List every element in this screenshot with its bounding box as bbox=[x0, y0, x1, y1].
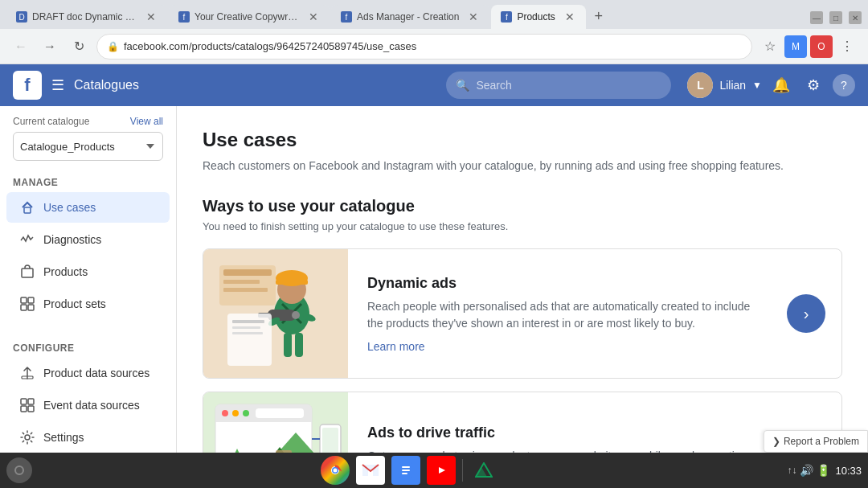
sidebar-item-event-data-sources[interactable]: Event data sources bbox=[6, 390, 170, 420]
bell-icon[interactable]: 🔔 bbox=[768, 72, 794, 98]
sidebar-item-settings[interactable]: Settings bbox=[6, 422, 170, 453]
close-button[interactable]: ✕ bbox=[849, 11, 862, 24]
taskbar-right: ↑↓ 🔊 🔋 10:33 bbox=[787, 464, 862, 477]
window-controls: — □ ✕ bbox=[810, 11, 862, 29]
tab-label-copywriter: Your Creative Copywriter bbox=[194, 11, 299, 23]
sidebar-label-settings: Settings bbox=[43, 431, 84, 444]
svg-rect-21 bbox=[268, 310, 296, 321]
taskbar-center bbox=[321, 456, 498, 485]
diagnostics-icon bbox=[19, 232, 35, 248]
user-dropdown-icon[interactable]: ▼ bbox=[752, 80, 762, 91]
taskbar-system-indicator[interactable] bbox=[6, 457, 32, 483]
event-data-sources-icon bbox=[19, 397, 35, 413]
dynamic-ads-body: Dynamic ads Reach people with personalis… bbox=[348, 259, 787, 369]
page-subtitle: Reach customers on Facebook and Instagra… bbox=[203, 158, 842, 174]
dynamic-ads-action-button[interactable]: › bbox=[787, 294, 825, 333]
back-button[interactable]: ← bbox=[10, 35, 32, 58]
facebook-app: f ☰ Catalogues 🔍 L Lilian ▼ 🔔 ⚙ ? bbox=[0, 64, 868, 453]
main-content: Use cases Reach customers on Facebook an… bbox=[177, 106, 868, 453]
header-actions: L Lilian ▼ 🔔 ⚙ ? bbox=[687, 72, 855, 98]
use-cases-icon bbox=[19, 199, 35, 215]
browser-title-bar: D DRAFT doc Dynamic Product Ac ✕ f Your … bbox=[0, 0, 868, 29]
taskbar-drive[interactable] bbox=[469, 456, 498, 485]
taskbar-chrome[interactable] bbox=[321, 456, 350, 485]
avatar: L bbox=[687, 72, 713, 98]
svg-point-11 bbox=[25, 435, 30, 440]
tab-products[interactable]: f Products ✕ bbox=[491, 5, 585, 29]
tab-close-copywriter[interactable]: ✕ bbox=[307, 10, 320, 23]
configure-section-label: Configure bbox=[0, 333, 176, 357]
sidebar-label-use-cases: Use cases bbox=[43, 201, 96, 214]
sidebar: Current catalogue View all Catalogue_Pro… bbox=[0, 106, 177, 453]
main-inner: Use cases Reach customers on Facebook an… bbox=[177, 106, 868, 453]
svg-rect-27 bbox=[295, 333, 303, 357]
battery-icon: 🔋 bbox=[817, 464, 830, 477]
fb-body: Current catalogue View all Catalogue_Pro… bbox=[0, 106, 868, 453]
taskbar-docs[interactable] bbox=[391, 456, 420, 485]
svg-rect-7 bbox=[21, 399, 27, 404]
sidebar-item-diagnostics[interactable]: Diagnostics bbox=[6, 224, 170, 255]
tab-draft-doc[interactable]: D DRAFT doc Dynamic Product Ac ✕ bbox=[6, 5, 167, 29]
taskbar-gmail[interactable] bbox=[356, 456, 385, 485]
sidebar-item-use-cases[interactable]: Use cases bbox=[6, 192, 170, 223]
extension-button-2[interactable]: O bbox=[810, 35, 833, 58]
toolbar-right: ☆ M O ⋮ bbox=[759, 35, 858, 58]
svg-point-36 bbox=[232, 410, 239, 416]
report-problem-button[interactable]: ❯ Report a Problem bbox=[764, 430, 868, 453]
svg-rect-14 bbox=[223, 269, 272, 276]
dynamic-ads-card: Dynamic ads Reach people with personalis… bbox=[203, 248, 842, 379]
forward-button[interactable]: → bbox=[39, 35, 61, 58]
tab-close-draft[interactable]: ✕ bbox=[145, 10, 158, 23]
catalogues-label: Catalogues bbox=[74, 78, 139, 92]
wifi-icon: ↑↓ bbox=[787, 465, 796, 476]
new-tab-button[interactable]: + bbox=[588, 5, 610, 27]
extension-button-1[interactable]: M bbox=[784, 35, 807, 58]
address-bar[interactable]: 🔒 facebook.com/products/catalogs/9642572… bbox=[96, 34, 752, 59]
catalogue-select[interactable]: Catalogue_Products bbox=[13, 132, 163, 161]
products-icon bbox=[19, 264, 35, 280]
tab-close-ads-manager[interactable]: ✕ bbox=[467, 10, 480, 23]
traffic-ads-image bbox=[203, 392, 348, 453]
restore-button[interactable]: □ bbox=[829, 11, 842, 24]
search-bar[interactable]: 🔍 bbox=[446, 72, 671, 99]
taskbar: ↑↓ 🔊 🔋 10:33 bbox=[0, 453, 868, 488]
tab-ads-manager[interactable]: f Ads Manager - Creation ✕ bbox=[331, 5, 489, 29]
svg-rect-20 bbox=[276, 280, 308, 285]
sidebar-item-product-sets[interactable]: Product sets bbox=[6, 289, 170, 319]
product-data-sources-icon bbox=[19, 365, 35, 381]
reload-button[interactable]: ↻ bbox=[68, 35, 90, 58]
hamburger-button[interactable]: ☰ bbox=[51, 76, 64, 94]
dynamic-ads-title: Dynamic ads bbox=[367, 275, 768, 292]
dynamic-ads-learn-more[interactable]: Learn more bbox=[367, 340, 425, 353]
svg-rect-31 bbox=[232, 332, 263, 334]
taskbar-left bbox=[6, 457, 32, 483]
help-icon[interactable]: ? bbox=[833, 74, 855, 96]
dynamic-ads-image bbox=[203, 249, 348, 378]
svg-rect-26 bbox=[284, 333, 292, 357]
tab-copywriter[interactable]: f Your Creative Copywriter ✕ bbox=[169, 5, 330, 29]
view-all-link[interactable]: View all bbox=[130, 116, 163, 127]
product-sets-icon bbox=[19, 296, 35, 312]
catalogue-section: Current catalogue View all Catalogue_Pro… bbox=[0, 106, 176, 167]
minimize-button[interactable]: — bbox=[810, 11, 823, 24]
tab-close-products[interactable]: ✕ bbox=[563, 10, 576, 23]
tab-favicon-copywriter: f bbox=[178, 11, 190, 23]
taskbar-time: 10:33 bbox=[835, 465, 862, 477]
svg-rect-16 bbox=[223, 288, 268, 292]
svg-point-35 bbox=[222, 410, 228, 416]
bookmark-button[interactable]: ☆ bbox=[759, 35, 781, 58]
sidebar-item-products[interactable]: Products bbox=[6, 256, 170, 287]
fb-header: f ☰ Catalogues 🔍 L Lilian ▼ 🔔 ⚙ ? bbox=[0, 64, 868, 106]
settings-icon[interactable]: ⚙ bbox=[800, 72, 826, 98]
sidebar-item-product-data-sources[interactable]: Product data sources bbox=[6, 358, 170, 388]
menu-button[interactable]: ⋮ bbox=[836, 35, 858, 58]
taskbar-youtube[interactable] bbox=[427, 456, 456, 485]
section-heading: Ways to use your catalogue bbox=[203, 197, 842, 215]
search-input[interactable] bbox=[476, 79, 661, 92]
sidebar-label-product-sets: Product sets bbox=[43, 297, 106, 310]
report-chevron-icon: ❯ bbox=[772, 436, 780, 447]
svg-rect-2 bbox=[21, 297, 27, 303]
svg-point-50 bbox=[334, 469, 338, 473]
traffic-ads-card: Ads to drive traffic Get more people to … bbox=[203, 392, 842, 453]
svg-rect-8 bbox=[28, 399, 34, 404]
